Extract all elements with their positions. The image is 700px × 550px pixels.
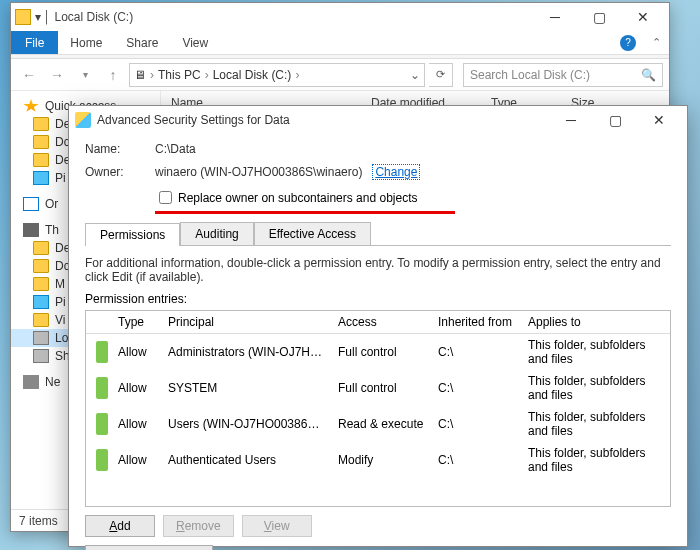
crumb-drive[interactable]: Local Disk (C:) [213, 68, 292, 82]
add-button[interactable]: Add [85, 515, 155, 537]
permission-row[interactable]: AllowAdministrators (WIN-OJ7HO0…Full con… [86, 334, 670, 370]
navbar: ← → ▾ ↑ 🖥 › This PC › Local Disk (C:) › … [11, 59, 669, 91]
network-icon [23, 375, 39, 389]
user-group-icon [96, 449, 108, 471]
permission-table: Type Principal Access Inherited from App… [85, 310, 671, 507]
nav-forward-button[interactable]: → [45, 63, 69, 87]
col-principal[interactable]: Principal [162, 311, 332, 333]
view-button: View [242, 515, 312, 537]
user-group-icon [96, 341, 108, 363]
replace-owner-label: Replace owner on subcontainers and objec… [178, 191, 417, 205]
onedrive-icon [23, 197, 39, 211]
owner-value: winaero (WIN-OJ7HO00386S\winaero) [155, 165, 362, 179]
entries-label: Permission entries: [85, 292, 671, 306]
change-owner-link[interactable]: Change [372, 164, 420, 180]
dialog-title: Advanced Security Settings for Data [97, 113, 290, 127]
folder-icon [33, 135, 49, 149]
folder-icon [33, 241, 49, 255]
replace-owner-checkbox[interactable] [159, 191, 172, 204]
qat-sep: │ [43, 10, 51, 24]
owner-label: Owner: [85, 165, 155, 179]
user-group-icon [96, 377, 108, 399]
folder-icon [33, 259, 49, 273]
window-title: Local Disk (C:) [55, 10, 134, 24]
item-count: 7 items [19, 514, 58, 528]
refresh-button[interactable]: ⟳ [429, 63, 453, 87]
search-icon: 🔍 [641, 68, 656, 82]
ribbon-tabs: File Home Share View ? ⌃ [11, 31, 669, 55]
help-icon[interactable]: ? [620, 35, 636, 51]
minimize-button[interactable]: ─ [533, 3, 577, 31]
qat-icon: ▾ [35, 10, 41, 24]
info-text: For additional information, double-click… [85, 256, 671, 284]
name-label: Name: [85, 142, 155, 156]
tab-file[interactable]: File [11, 31, 58, 54]
security-dialog: Advanced Security Settings for Data ─ ▢ … [68, 105, 688, 547]
remove-button: Remove [163, 515, 234, 537]
permission-row[interactable]: AllowAuthenticated UsersModifyC:\This fo… [86, 442, 670, 478]
pictures-icon [33, 171, 49, 185]
tab-home[interactable]: Home [58, 32, 114, 54]
permission-row[interactable]: AllowUsers (WIN-OJ7HO00386S\Us…Read & ex… [86, 406, 670, 442]
folder-icon [33, 277, 49, 291]
col-access[interactable]: Access [332, 311, 432, 333]
address-dropdown-icon[interactable]: ⌄ [410, 68, 420, 82]
disk-icon [33, 331, 49, 345]
star-icon [23, 99, 39, 113]
tab-auditing[interactable]: Auditing [180, 222, 253, 245]
disk-icon [33, 349, 49, 363]
nav-history-button[interactable]: ▾ [73, 63, 97, 87]
maximize-button[interactable]: ▢ [577, 3, 621, 31]
pictures-icon [33, 295, 49, 309]
dialog-titlebar: Advanced Security Settings for Data ─ ▢ … [69, 106, 687, 134]
dialog-tabs: Permissions Auditing Effective Access [85, 222, 671, 246]
col-inherited[interactable]: Inherited from [432, 311, 522, 333]
pc-icon: 🖥 [134, 68, 146, 82]
search-input[interactable]: Search Local Disk (C:) 🔍 [463, 63, 663, 87]
user-group-icon [96, 413, 108, 435]
tab-effective-access[interactable]: Effective Access [254, 222, 371, 245]
tab-share[interactable]: Share [114, 32, 170, 54]
drive-icon [15, 9, 31, 25]
folder-icon [33, 117, 49, 131]
address-bar[interactable]: 🖥 › This PC › Local Disk (C:) › ⌄ [129, 63, 425, 87]
tab-permissions[interactable]: Permissions [85, 223, 180, 246]
nav-up-button[interactable]: ↑ [101, 63, 125, 87]
dialog-maximize-button[interactable]: ▢ [593, 106, 637, 134]
close-button[interactable]: ✕ [621, 3, 665, 31]
permission-row[interactable]: AllowSYSTEMFull controlC:\This folder, s… [86, 370, 670, 406]
col-applies[interactable]: Applies to [522, 311, 670, 333]
highlight-line [155, 211, 455, 214]
explorer-titlebar: ▾ │ Local Disk (C:) ─ ▢ ✕ [11, 3, 669, 31]
tab-view[interactable]: View [170, 32, 220, 54]
crumb-pc[interactable]: This PC [158, 68, 201, 82]
dialog-minimize-button[interactable]: ─ [549, 106, 593, 134]
disable-inheritance-button[interactable]: Disable inheritance [85, 545, 213, 550]
folder-icon [33, 313, 49, 327]
folder-icon [33, 153, 49, 167]
pc-icon [23, 223, 39, 237]
shield-icon [75, 112, 91, 128]
col-type[interactable]: Type [112, 311, 162, 333]
search-placeholder: Search Local Disk (C:) [470, 68, 590, 82]
name-value: C:\Data [155, 142, 196, 156]
nav-back-button[interactable]: ← [17, 63, 41, 87]
ribbon-collapse-icon[interactable]: ⌃ [652, 36, 661, 49]
dialog-close-button[interactable]: ✕ [637, 106, 681, 134]
